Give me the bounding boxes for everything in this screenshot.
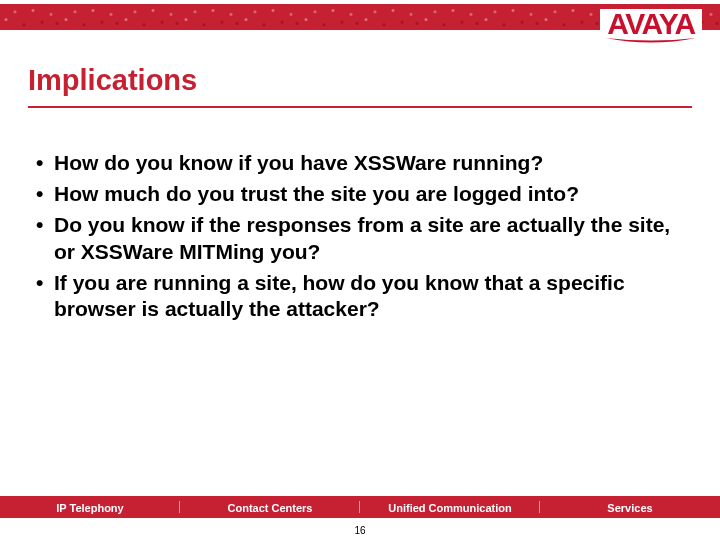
bullet-item: Do you know if the responses from a site… (36, 212, 676, 266)
footer-bar: IP Telephony Contact Centers Unified Com… (0, 496, 720, 518)
slide: AVAYA Implications How do you know if yo… (0, 0, 720, 540)
bullet-item: If you are running a site, how do you kn… (36, 270, 676, 324)
brand-logo: AVAYA (600, 9, 702, 45)
footer-segment-label: Contact Centers (228, 502, 313, 514)
slide-title: Implications (28, 64, 197, 97)
page-number: 16 (0, 525, 720, 536)
footer-segment-label: Services (607, 502, 652, 514)
footer-segment-label: IP Telephony (56, 502, 123, 514)
brand-swoosh-icon (604, 35, 698, 45)
footer-segment: IP Telephony (0, 498, 180, 516)
bullet-item: How much do you trust the site you are l… (36, 181, 676, 208)
footer-segment-label: Unified Communication (388, 502, 511, 514)
footer-segment: Contact Centers (180, 498, 360, 516)
footer-segment: Unified Communication (360, 498, 540, 516)
title-underline (28, 106, 692, 108)
footer-segment: Services (540, 498, 720, 516)
bullet-list: How do you know if you have XSSWare runn… (36, 150, 676, 327)
bullet-item: How do you know if you have XSSWare runn… (36, 150, 676, 177)
